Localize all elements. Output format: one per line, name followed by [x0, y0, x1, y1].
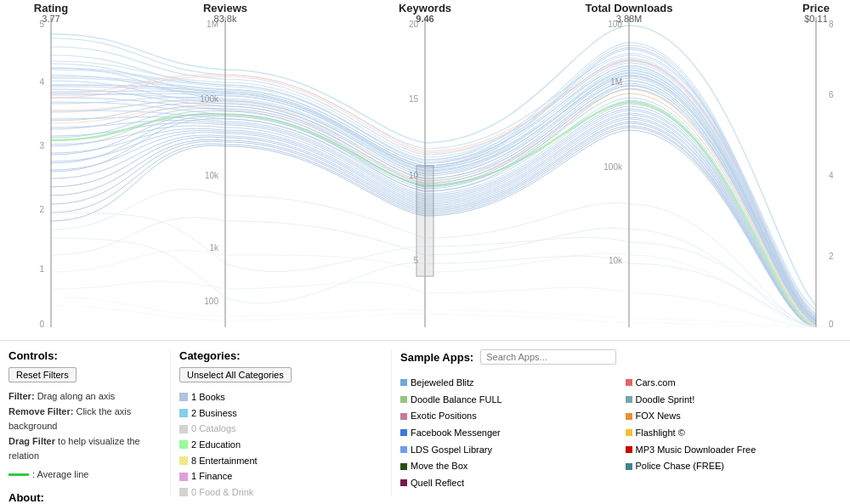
category-swatch [179, 409, 188, 417]
app-label: Cars.com [636, 375, 676, 391]
list-item[interactable]: Flashlight © [626, 425, 842, 441]
svg-text:2: 2 [39, 205, 44, 214]
list-item[interactable]: Doodle Balance FULL [400, 392, 617, 408]
list-item[interactable]: 8 Entertainment [179, 453, 382, 469]
parallel-coordinates-chart: Rating Reviews Keywords Total Downloads … [0, 0, 850, 340]
category-label: 0 Catalogs [191, 421, 236, 437]
avg-line-color-swatch [8, 473, 29, 476]
app-color-swatch [400, 379, 407, 386]
app-color-swatch [400, 479, 407, 486]
svg-text:1M: 1M [207, 20, 218, 29]
app-label: FOX News [636, 408, 681, 424]
svg-text:1: 1 [39, 264, 44, 274]
svg-text:4: 4 [829, 171, 834, 180]
list-item[interactable]: Police Chase (FREE) [626, 458, 842, 474]
svg-text:10k: 10k [205, 171, 219, 180]
svg-text:1k: 1k [209, 243, 219, 252]
list-item[interactable]: Doodle Sprint! [626, 392, 842, 408]
svg-text:10k: 10k [609, 256, 623, 265]
app-color-swatch [400, 429, 407, 436]
list-item[interactable]: Move the Box [400, 458, 617, 474]
search-apps-input[interactable] [480, 349, 616, 365]
category-label: 8 Entertainment [191, 453, 258, 469]
app-label: MP3 Music Downloader Free [636, 442, 756, 458]
list-item[interactable]: 1 Books [179, 389, 382, 405]
list-item[interactable]: Bejeweled Blitz [400, 375, 617, 391]
app-list: Bejeweled BlitzCars.comDoodle Balance FU… [400, 375, 842, 491]
category-label: 0 Food & Drink [191, 484, 253, 501]
app-color-swatch [626, 463, 632, 470]
controls-title: Controls: [8, 349, 162, 362]
price-axis-title: Price [802, 2, 830, 14]
list-item[interactable]: Cars.com [626, 375, 842, 391]
svg-text:100: 100 [204, 297, 218, 306]
rating-axis-title: Rating [34, 2, 69, 14]
app-color-swatch [400, 463, 407, 470]
remove-hint: Remove Filter: Click the axis background [8, 405, 162, 434]
app-label: Bejeweled Blitz [411, 375, 474, 391]
category-list: 1 Books2 Business0 Catalogs2 Education8 … [179, 389, 382, 504]
svg-text:100k: 100k [604, 162, 623, 172]
reset-filters-button[interactable]: Reset Filters [8, 367, 76, 382]
unselect-all-button[interactable]: Unselect All Categories [179, 367, 292, 382]
filter-hint: Filter: Drag along an axis [8, 389, 162, 405]
app-label: Police Chase (FREE) [636, 458, 725, 474]
list-item[interactable]: 0 Catalogs [179, 421, 382, 437]
app-label: Doodle Balance FULL [411, 392, 502, 408]
categories-section: Categories: Unselect All Categories 1 Bo… [170, 349, 391, 496]
category-swatch [179, 393, 188, 401]
app-color-swatch [400, 396, 407, 403]
list-item[interactable]: 2 Education [179, 437, 382, 453]
avg-label: : Average line [32, 467, 88, 483]
about-title: About: [8, 491, 162, 504]
list-item[interactable]: Exotic Positions [400, 408, 617, 424]
categories-title: Categories: [179, 349, 382, 362]
keywords-axis-title: Keywords [399, 2, 451, 14]
category-label: 2 Business [191, 405, 237, 422]
svg-text:15: 15 [409, 94, 419, 104]
app-label: Doodle Sprint! [636, 392, 695, 408]
app-label: Facebook Messenger [411, 425, 501, 441]
category-swatch [179, 488, 188, 496]
list-item[interactable]: Facebook Messenger [400, 425, 617, 441]
list-item[interactable]: 1 Finance [179, 468, 382, 484]
app-color-swatch [626, 446, 632, 453]
category-swatch [179, 473, 188, 481]
about-section: About: Based on data on most iPhone and … [8, 491, 162, 504]
list-item[interactable]: LDS Gospel Library [400, 442, 617, 458]
app-label: Exotic Positions [411, 408, 477, 424]
rating-value: 3.77 [42, 14, 60, 24]
avg-line-legend: : Average line [8, 467, 162, 483]
list-item[interactable]: Quell Reflect [400, 475, 617, 491]
list-item[interactable]: MP3 Music Downloader Free [626, 442, 842, 458]
app-color-swatch [626, 413, 632, 420]
svg-text:0: 0 [39, 320, 44, 329]
app-color-swatch [400, 413, 407, 420]
list-item[interactable]: 2 Business [179, 405, 382, 422]
category-label: 1 Books [191, 389, 225, 405]
bottom-panel: Controls: Reset Filters Filter: Drag alo… [0, 340, 850, 504]
chart-area: Rating Reviews Keywords Total Downloads … [0, 0, 850, 340]
svg-text:5: 5 [39, 20, 44, 29]
list-item[interactable]: 0 Food & Drink [179, 484, 382, 501]
category-swatch [179, 456, 188, 465]
app-label: Move the Box [411, 458, 468, 474]
svg-text:2: 2 [829, 252, 834, 261]
svg-text:4: 4 [39, 77, 44, 87]
reviews-axis-title: Reviews [203, 2, 247, 14]
app-color-swatch [400, 446, 407, 453]
category-label: 1 Finance [191, 468, 232, 484]
app-color-swatch [626, 379, 632, 386]
svg-text:6: 6 [829, 90, 834, 99]
svg-text:0: 0 [829, 320, 834, 329]
keywords-value: 9.46 [416, 14, 434, 24]
price-value: $0.11 [804, 14, 828, 24]
downloads-axis-title: Total Downloads [585, 2, 672, 14]
sample-apps-title: Sample Apps: [400, 351, 473, 364]
category-label: 2 Education [191, 437, 241, 453]
app-color-swatch [626, 429, 632, 436]
app-label: LDS Gospel Library [411, 442, 492, 458]
list-item[interactable]: FOX News [626, 408, 842, 424]
svg-text:8: 8 [829, 20, 834, 29]
svg-text:20: 20 [409, 20, 419, 29]
